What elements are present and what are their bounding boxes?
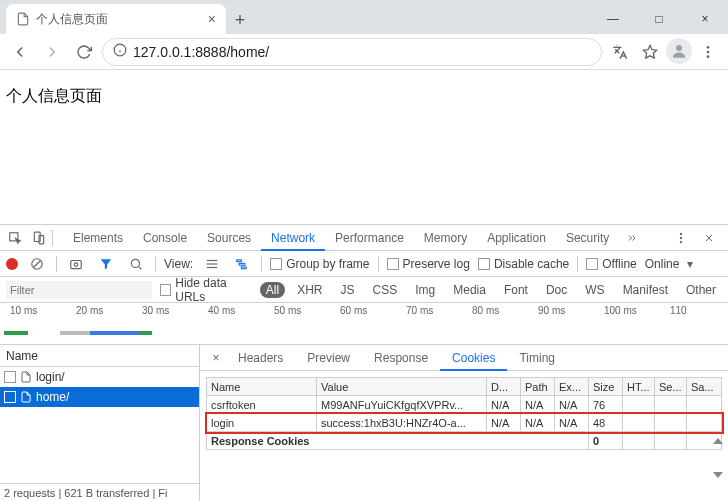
page-icon [16, 12, 30, 26]
browser-tabbar: 个人信息页面 × + — □ × [0, 0, 728, 34]
devtools-tab-sources[interactable]: Sources [197, 225, 261, 251]
throttling-select[interactable]: Online [645, 257, 680, 271]
offline-checkbox[interactable]: Offline [586, 257, 636, 271]
screenshot-icon[interactable] [65, 253, 87, 275]
search-icon[interactable] [125, 253, 147, 275]
devtools-tab-security[interactable]: Security [556, 225, 619, 251]
nav-forward-button[interactable] [38, 38, 66, 66]
devtools-tab-memory[interactable]: Memory [414, 225, 477, 251]
request-detail: × HeadersPreviewResponseCookiesTiming Na… [200, 345, 728, 501]
cookies-column-header[interactable]: D... [487, 378, 521, 396]
cookies-column-header[interactable]: Sa... [687, 378, 722, 396]
cookies-column-header[interactable]: Ex... [555, 378, 589, 396]
devtools-tab-console[interactable]: Console [133, 225, 197, 251]
devtools-tabbar: ElementsConsoleSourcesNetworkPerformance… [0, 225, 728, 251]
svg-point-6 [707, 50, 710, 53]
group-by-frame-checkbox[interactable]: Group by frame [270, 257, 369, 271]
detail-close-icon[interactable]: × [206, 351, 226, 365]
network-toolbar: View: Group by frame Preserve log Disabl… [0, 251, 728, 277]
devtools-panel: ElementsConsoleSourcesNetworkPerformance… [0, 224, 728, 501]
large-rows-icon[interactable] [201, 253, 223, 275]
filter-type-css[interactable]: CSS [367, 282, 404, 298]
cookies-column-header[interactable]: Se... [655, 378, 687, 396]
devtools-tab-application[interactable]: Application [477, 225, 556, 251]
site-info-icon[interactable] [113, 43, 127, 60]
waterfall-view-icon[interactable] [231, 253, 253, 275]
filter-type-other[interactable]: Other [680, 282, 722, 298]
svg-rect-18 [71, 260, 82, 268]
timeline-tick: 50 ms [272, 305, 301, 316]
cookie-row[interactable]: csrftokenM99ANFuYuiCKfgqfXVPRv...N/AN/AN… [207, 396, 722, 414]
timeline-tick: 80 ms [470, 305, 499, 316]
svg-rect-26 [239, 263, 245, 265]
record-button[interactable] [6, 258, 18, 270]
preserve-log-checkbox[interactable]: Preserve log [387, 257, 470, 271]
filter-type-font[interactable]: Font [498, 282, 534, 298]
cookies-column-header[interactable]: Path [521, 378, 555, 396]
devtools-tab-elements[interactable]: Elements [63, 225, 133, 251]
request-list-header[interactable]: Name [0, 345, 199, 367]
cookies-column-header[interactable]: Value [317, 378, 487, 396]
timeline-tick: 20 ms [74, 305, 103, 316]
cookies-column-header[interactable]: Name [207, 378, 317, 396]
tab-close-icon[interactable]: × [208, 11, 216, 27]
filter-type-xhr[interactable]: XHR [291, 282, 328, 298]
timeline-tick: 70 ms [404, 305, 433, 316]
devtools-menu-icon[interactable] [670, 227, 692, 249]
page-heading: 个人信息页面 [6, 87, 102, 104]
nav-back-button[interactable] [6, 38, 34, 66]
filter-input[interactable] [6, 281, 152, 299]
filter-type-ws[interactable]: WS [579, 282, 610, 298]
window-minimize[interactable]: — [590, 4, 636, 34]
detail-tab-preview[interactable]: Preview [295, 345, 362, 371]
new-tab-button[interactable]: + [226, 6, 254, 34]
throttling-chevron-icon[interactable]: ▾ [687, 257, 693, 271]
requests-summary: 2 requests | 621 B transferred | Fi [0, 483, 199, 501]
filter-type-doc[interactable]: Doc [540, 282, 573, 298]
browser-menu-icon[interactable] [694, 38, 722, 66]
url-text: 127.0.0.1:8888/home/ [133, 44, 269, 60]
filter-type-media[interactable]: Media [447, 282, 492, 298]
request-list: Name login/home/ 2 requests | 621 B tran… [0, 345, 200, 501]
svg-point-11 [680, 232, 682, 234]
devtools-tabs-overflow[interactable] [621, 227, 643, 249]
detail-tab-headers[interactable]: Headers [226, 345, 295, 371]
url-input[interactable]: 127.0.0.1:8888/home/ [102, 38, 602, 66]
cookies-column-header[interactable]: Size [589, 378, 623, 396]
inspect-element-icon[interactable] [4, 227, 26, 249]
profile-avatar[interactable] [666, 38, 692, 64]
hide-data-urls-checkbox[interactable]: Hide data URLs [160, 276, 252, 304]
disable-cache-checkbox[interactable]: Disable cache [478, 257, 569, 271]
detail-tab-timing[interactable]: Timing [507, 345, 567, 371]
detail-tab-cookies[interactable]: Cookies [440, 345, 507, 371]
request-item[interactable]: login/ [0, 367, 199, 387]
detail-tab-response[interactable]: Response [362, 345, 440, 371]
window-close[interactable]: × [682, 4, 728, 34]
svg-rect-27 [242, 266, 247, 268]
svg-point-19 [74, 262, 78, 266]
address-bar: 127.0.0.1:8888/home/ [0, 34, 728, 70]
svg-point-7 [707, 55, 710, 58]
filter-type-manifest[interactable]: Manifest [617, 282, 674, 298]
filter-toggle-icon[interactable] [95, 253, 117, 275]
filter-type-all[interactable]: All [260, 282, 285, 298]
devtools-close-icon[interactable] [698, 227, 720, 249]
cookies-column-header[interactable]: HT... [623, 378, 655, 396]
browser-tab[interactable]: 个人信息页面 × [6, 4, 226, 34]
translate-icon[interactable] [606, 38, 634, 66]
device-toggle-icon[interactable] [28, 227, 50, 249]
cookie-row[interactable]: loginsuccess:1hxB3U:HNZr4O-a...N/AN/AN/A… [207, 414, 722, 432]
clear-button[interactable] [26, 253, 48, 275]
svg-point-12 [680, 236, 682, 238]
network-timeline[interactable]: 10 ms20 ms30 ms40 ms50 ms60 ms70 ms80 ms… [0, 303, 728, 345]
devtools-tab-network[interactable]: Network [261, 225, 325, 251]
devtools-tab-performance[interactable]: Performance [325, 225, 414, 251]
filter-type-img[interactable]: Img [409, 282, 441, 298]
nav-reload-button[interactable] [70, 38, 98, 66]
scrollbar-arrows[interactable] [711, 438, 725, 478]
filter-type-js[interactable]: JS [335, 282, 361, 298]
request-item[interactable]: home/ [0, 387, 199, 407]
window-maximize[interactable]: □ [636, 4, 682, 34]
timeline-tick: 10 ms [8, 305, 37, 316]
bookmark-star-icon[interactable] [636, 38, 664, 66]
